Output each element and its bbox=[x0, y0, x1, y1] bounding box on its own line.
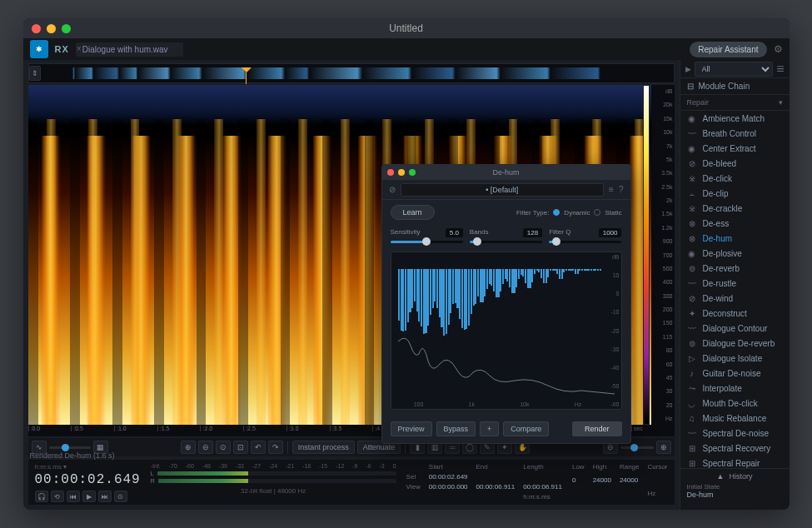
prev-icon[interactable]: ⏮ bbox=[67, 491, 80, 502]
record-icon[interactable]: ⊙ bbox=[114, 491, 127, 502]
module-item-dialogue-contour[interactable]: 〰Dialogue Contour bbox=[680, 321, 790, 336]
headphones-icon[interactable]: 🎧 bbox=[35, 491, 48, 502]
module-item-dialogue-de-reverb[interactable]: ⊚Dialogue De-reverb bbox=[680, 336, 790, 351]
app-logo-icon: ✱ bbox=[30, 40, 48, 58]
instant-process-toggle[interactable]: Instant process bbox=[292, 441, 355, 454]
module-item-de-clip[interactable]: ⫠De-clip bbox=[680, 186, 790, 201]
meter-r-label: R bbox=[151, 478, 155, 484]
overview-collapse-icon[interactable]: ⇕ bbox=[29, 66, 41, 81]
modal-zoom-icon[interactable] bbox=[409, 169, 416, 176]
zoom-icon[interactable] bbox=[62, 24, 71, 33]
zoom-out-icon[interactable]: ⊖ bbox=[198, 441, 213, 454]
history-current[interactable]: De-hum bbox=[687, 491, 783, 499]
preset-dropdown[interactable]: • [Default] bbox=[401, 183, 605, 197]
modal-power-icon[interactable]: ⊘ bbox=[389, 185, 396, 194]
module-item-de-wind[interactable]: ⊘De-wind bbox=[680, 291, 790, 306]
loop-icon[interactable]: ⟲ bbox=[51, 491, 64, 502]
chevron-down-icon: ▾ bbox=[779, 98, 783, 107]
main-body: ⇕ dB20k15k10k7k5k3.5k2.5k2k1.5k1.2k90070… bbox=[23, 60, 790, 510]
module-item-de-plosive[interactable]: ◉De-plosive bbox=[680, 246, 790, 261]
module-item-mouth-de-click[interactable]: ◡Mouth De-click bbox=[680, 396, 790, 411]
file-tab[interactable]: × Dialogue with hum.wav bbox=[76, 42, 183, 57]
zoom-in-icon[interactable]: ⊕ bbox=[181, 441, 196, 454]
module-item-center-extract[interactable]: ◉Center Extract bbox=[680, 141, 790, 156]
redo-icon[interactable]: ↷ bbox=[268, 441, 283, 454]
module-item-de-reverb[interactable]: ⊚De-reverb bbox=[680, 261, 790, 276]
modal-close-icon[interactable] bbox=[387, 169, 394, 176]
playhead-marker[interactable] bbox=[242, 62, 252, 72]
module-item-spectral-repair[interactable]: ⊞Spectral Repair bbox=[680, 456, 790, 468]
module-item-de-bleed[interactable]: ⊘De-bleed bbox=[680, 156, 790, 171]
selection-info-grid: StartEndLength Sel00:00:02.649 View00:00… bbox=[406, 463, 562, 501]
zoom-selection-icon[interactable]: ⊙ bbox=[216, 441, 231, 454]
graph-hz-scale: 1001k10kHz bbox=[391, 401, 605, 407]
window-controls bbox=[32, 24, 71, 33]
view-blend-slider[interactable] bbox=[49, 446, 91, 449]
module-item-spectral-recovery[interactable]: ⊞Spectral Recovery bbox=[680, 441, 790, 456]
module-item-spectral-de-noise[interactable]: 〰Spectral De-noise bbox=[680, 426, 790, 441]
preset-menu-icon[interactable]: ≡ bbox=[609, 185, 614, 194]
module-item-breath-control[interactable]: 〰Breath Control bbox=[680, 126, 790, 141]
module-item-guitar-de-noise[interactable]: ♪Guitar De-noise bbox=[680, 366, 790, 381]
repair-section-header[interactable]: Repair ▾ bbox=[680, 95, 790, 111]
preview-button[interactable]: Preview bbox=[391, 421, 432, 436]
module-icon: ⊞ bbox=[687, 458, 697, 468]
zoom-v-in-icon[interactable]: ⊕ bbox=[656, 441, 671, 454]
module-icon: ◉ bbox=[687, 113, 697, 123]
minimize-icon[interactable] bbox=[47, 24, 56, 33]
dynamic-radio[interactable] bbox=[553, 209, 560, 216]
dehum-modal: De-hum ⊘ • [Default] ≡ ? Learn Filter Ty… bbox=[381, 164, 631, 444]
frequency-ruler: dB20k15k10k7k5k3.5k2.5k2k1.5k1.2k9007005… bbox=[651, 85, 675, 425]
compare-button[interactable]: Compare bbox=[503, 421, 549, 436]
brand-name: RX bbox=[55, 44, 69, 54]
modal-actions: Preview Bypass + Compare Render bbox=[382, 416, 630, 443]
time-format-dropdown[interactable]: h:m:s.ms ▾ bbox=[35, 463, 141, 471]
module-icon: ◡ bbox=[687, 398, 697, 408]
history-title: ▲History bbox=[687, 472, 783, 481]
play-icon[interactable]: ▶ bbox=[82, 491, 96, 502]
modal-learn-row: Learn Filter Type: Dynamic Static bbox=[382, 200, 630, 225]
close-tab-icon[interactable]: × bbox=[74, 44, 84, 53]
module-filter-row: ▶ All ≡ bbox=[680, 60, 790, 78]
module-item-de-ess[interactable]: ⊗De-ess bbox=[680, 216, 790, 231]
tab-label: Dialogue with hum.wav bbox=[82, 45, 168, 54]
undo-icon[interactable]: ↶ bbox=[251, 441, 266, 454]
module-item-de-crackle[interactable]: ※De-crackle bbox=[680, 201, 790, 216]
expand-icon[interactable]: ▶ bbox=[685, 65, 691, 73]
modal-min-icon[interactable] bbox=[398, 169, 405, 176]
module-icon: ⊚ bbox=[687, 338, 697, 348]
static-radio[interactable] bbox=[594, 209, 600, 216]
module-item-music-rebalance[interactable]: ♫Music Rebalance bbox=[680, 411, 790, 426]
learn-button[interactable]: Learn bbox=[391, 205, 435, 220]
zoom-v-slider[interactable] bbox=[620, 446, 654, 449]
settings-icon[interactable]: ⚙ bbox=[774, 43, 783, 55]
module-item-de-rustle[interactable]: 〰De-rustle bbox=[680, 276, 790, 291]
module-icon: ▷ bbox=[687, 353, 697, 363]
module-item-de-click[interactable]: ※De-click bbox=[680, 171, 790, 186]
module-list[interactable]: ◉Ambience Match〰Breath Control◉Center Ex… bbox=[680, 111, 790, 468]
repair-assistant-button[interactable]: Repair Assistant bbox=[690, 42, 766, 57]
module-filter-dropdown[interactable]: All bbox=[695, 62, 774, 77]
close-icon[interactable] bbox=[32, 24, 41, 33]
module-icon: ⤳ bbox=[687, 383, 697, 393]
module-item-ambience-match[interactable]: ◉Ambience Match bbox=[680, 111, 790, 126]
module-item-interpolate[interactable]: ⤳Interpolate bbox=[680, 381, 790, 396]
module-item-de-hum[interactable]: ⊗De-hum bbox=[680, 231, 790, 246]
render-button[interactable]: Render bbox=[572, 421, 622, 436]
zoom-fit-icon[interactable]: ⊡ bbox=[233, 441, 248, 454]
next-icon[interactable]: ⏭ bbox=[98, 491, 112, 502]
overview-wave-display bbox=[41, 67, 674, 79]
slider-sensitivity[interactable]: Sensitivity5.0 bbox=[391, 228, 463, 243]
module-item-deconstruct[interactable]: ✦Deconstruct bbox=[680, 306, 790, 321]
module-icon: ⊘ bbox=[687, 293, 697, 303]
bypass-button[interactable]: Bypass bbox=[436, 421, 476, 436]
module-chain-row[interactable]: ⊟ Module Chain bbox=[680, 78, 790, 95]
overview-waveform[interactable]: ⇕ bbox=[28, 63, 675, 83]
compare-add-button[interactable]: + bbox=[480, 421, 499, 436]
module-item-dialogue-isolate[interactable]: ▷Dialogue Isolate bbox=[680, 351, 790, 366]
modal-help-icon[interactable]: ? bbox=[619, 185, 624, 194]
list-menu-icon[interactable]: ≡ bbox=[776, 62, 784, 77]
slider-filter-q[interactable]: Filter Q1000 bbox=[549, 228, 621, 243]
history-initial[interactable]: Initial State bbox=[687, 483, 783, 491]
slider-bands[interactable]: Bands128 bbox=[470, 228, 542, 243]
